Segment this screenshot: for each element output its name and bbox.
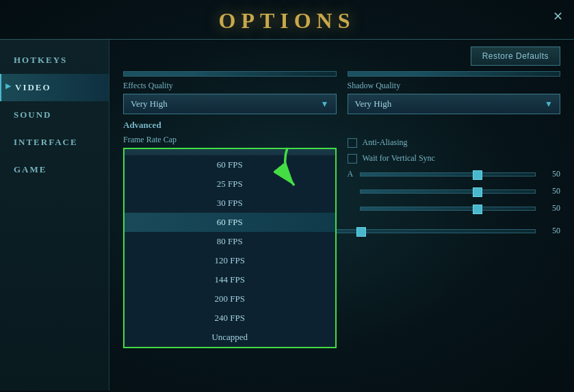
shadow-quality-section: Shadow Quality Very High ▼ bbox=[348, 81, 561, 114]
vsync-checkbox[interactable] bbox=[348, 154, 357, 164]
title-bar: OPTIONS ✕ bbox=[0, 0, 574, 40]
sidebar-item-interface[interactable]: INTERFACE bbox=[0, 129, 109, 156]
slider-track-0[interactable] bbox=[360, 172, 536, 177]
effects-quality-section: Effects Quality Very High ▼ bbox=[123, 81, 337, 114]
sliders-area: A 50 50 bbox=[348, 169, 561, 213]
effects-quality-value: Very High bbox=[131, 99, 168, 109]
slider-thumb-0[interactable] bbox=[473, 170, 482, 180]
fps-option-7[interactable]: 200 FPS bbox=[125, 289, 335, 309]
anti-aliasing-label: Anti-Aliasing bbox=[363, 138, 408, 148]
sidebar-item-video[interactable]: VIDEO bbox=[0, 74, 109, 101]
sidebar: HOTKEYS VIDEO SOUND INTERFACE GAME bbox=[0, 40, 109, 391]
partial-bar-left bbox=[123, 71, 337, 77]
page-title: OPTIONS bbox=[218, 8, 355, 33]
slider-track-2[interactable] bbox=[360, 207, 536, 211]
color-contrast-thumb[interactable] bbox=[356, 227, 366, 237]
frame-rate-section: Frame Rate Cap 60 FPS ▼ 60 FPS 25 FPS 30… bbox=[123, 135, 560, 220]
advanced-label: Advanced bbox=[123, 120, 560, 131]
fps-option-2[interactable]: 30 FPS bbox=[125, 194, 335, 213]
effects-quality-label: Effects Quality bbox=[123, 81, 337, 91]
vsync-row: Wait for Vertical Sync bbox=[348, 153, 561, 164]
fps-option-1[interactable]: 25 FPS bbox=[125, 174, 335, 194]
fps-option-3[interactable]: 60 FPS bbox=[125, 213, 335, 232]
slider-row-0: A 50 bbox=[348, 169, 561, 179]
restore-defaults-button[interactable]: Restore Defaults bbox=[471, 47, 560, 66]
effects-quality-arrow-icon: ▼ bbox=[321, 99, 329, 109]
effects-quality-dropdown[interactable]: Very High ▼ bbox=[123, 94, 337, 114]
fps-option-9[interactable]: Uncapped bbox=[125, 328, 335, 347]
anti-aliasing-checkbox[interactable] bbox=[348, 138, 357, 148]
slider-thumb-1[interactable] bbox=[473, 187, 482, 197]
partial-bar-right bbox=[348, 71, 561, 77]
frame-rate-right: Anti-Aliasing Wait for Vertical Sync A bbox=[348, 135, 561, 220]
anti-aliasing-row: Anti-Aliasing bbox=[348, 138, 561, 148]
slider-label-0: A bbox=[348, 169, 354, 179]
slider-track-1[interactable] bbox=[360, 190, 536, 194]
close-button[interactable]: ✕ bbox=[549, 8, 566, 25]
shadow-quality-arrow-icon: ▼ bbox=[545, 99, 553, 109]
sidebar-item-sound[interactable]: SOUND bbox=[0, 101, 109, 129]
frame-rate-cap-label: Frame Rate Cap bbox=[123, 135, 337, 145]
top-quality-partial bbox=[123, 71, 560, 77]
slider-row-1: 50 bbox=[348, 186, 561, 196]
fps-option-8[interactable]: 240 FPS bbox=[125, 309, 335, 328]
fps-dropdown-open: 60 FPS 25 FPS 30 FPS 60 FPS 80 FPS 120 F… bbox=[123, 155, 337, 348]
slider-value-0: 50 bbox=[541, 169, 560, 179]
frame-rate-left: Frame Rate Cap 60 FPS ▼ 60 FPS 25 FPS 30… bbox=[123, 135, 337, 220]
slider-value-2: 50 bbox=[541, 203, 560, 213]
fps-option-6[interactable]: 144 FPS bbox=[125, 270, 335, 289]
slider-value-1: 50 bbox=[541, 186, 560, 196]
slider-row-2: 50 bbox=[348, 203, 561, 213]
sidebar-item-hotkeys[interactable]: HOTKEYS bbox=[0, 47, 109, 74]
shadow-quality-value: Very High bbox=[355, 99, 392, 109]
color-contrast-value: 50 bbox=[541, 226, 560, 236]
shadow-quality-dropdown[interactable]: Very High ▼ bbox=[348, 94, 561, 114]
fps-option-5[interactable]: 120 FPS bbox=[125, 251, 335, 270]
sidebar-item-game[interactable]: GAME bbox=[0, 156, 109, 183]
shadow-quality-label: Shadow Quality bbox=[348, 81, 561, 91]
checkbox-area: Anti-Aliasing Wait for Vertical Sync bbox=[348, 135, 561, 164]
main-layout: HOTKEYS VIDEO SOUND INTERFACE GAME Resto… bbox=[0, 40, 574, 391]
content-area: Restore Defaults Effects Quality Very Hi… bbox=[109, 40, 574, 391]
slider-thumb-2[interactable] bbox=[473, 205, 482, 214]
vsync-label: Wait for Vertical Sync bbox=[363, 153, 435, 164]
top-bar: Restore Defaults bbox=[123, 47, 560, 66]
quality-row: Effects Quality Very High ▼ Shadow Quali… bbox=[123, 81, 560, 114]
fps-option-0[interactable]: 60 FPS bbox=[125, 155, 335, 174]
fps-option-4[interactable]: 80 FPS bbox=[125, 232, 335, 251]
